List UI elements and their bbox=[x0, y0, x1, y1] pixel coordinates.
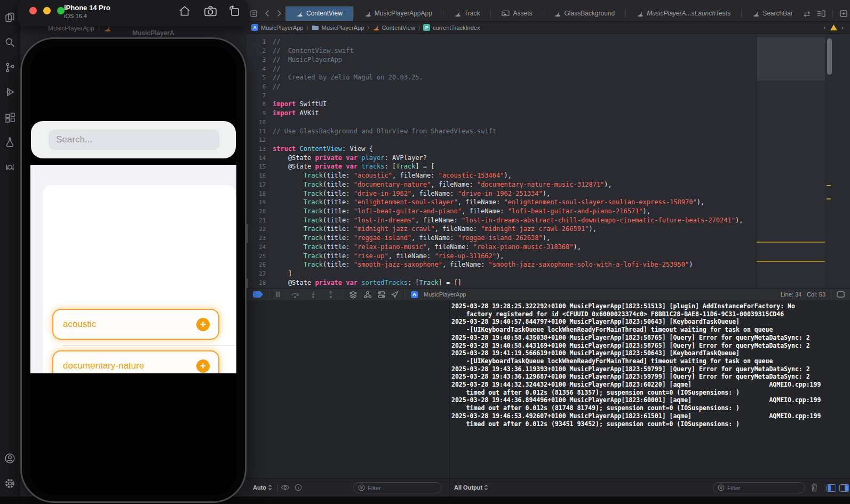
variables-filter-field[interactable]: Filter bbox=[353, 482, 442, 493]
breadcrumb-label: ContentView bbox=[382, 25, 415, 31]
show-only-variables-icon[interactable] bbox=[281, 484, 290, 491]
minimize-window-button[interactable] bbox=[43, 7, 51, 14]
line-number: 22 bbox=[247, 226, 266, 232]
app-icon: A bbox=[411, 291, 418, 298]
extensions-icon[interactable] bbox=[4, 162, 15, 173]
code-line: 19 Track(title: "enlightenment-soul-slay… bbox=[247, 198, 775, 207]
breadcrumb-item-musicplayerapp[interactable]: AMusicPlayerApp bbox=[251, 24, 303, 31]
organizer-icon[interactable] bbox=[4, 111, 15, 123]
tab-glassbackground[interactable]: GlassBackground bbox=[543, 6, 625, 21]
next-issue-icon[interactable]: › bbox=[841, 23, 844, 31]
debug-pane-divider[interactable] bbox=[449, 300, 450, 497]
debug-area-toggle-icon[interactable] bbox=[837, 291, 845, 298]
environment-overrides-icon[interactable] bbox=[378, 291, 385, 299]
breakpoints-toggle-icon[interactable] bbox=[253, 291, 263, 298]
related-items-icon[interactable] bbox=[250, 10, 257, 17]
step-into-icon[interactable] bbox=[309, 291, 317, 298]
console-filter-field[interactable]: Filter bbox=[713, 482, 805, 493]
home-icon[interactable] bbox=[178, 4, 192, 18]
simulator-window-title: MusicPlayerA bbox=[132, 29, 174, 37]
console-line: 2025-03-28 19:44:32.324432+0100 MusicPla… bbox=[451, 381, 850, 389]
code-line: 28 @State private var sortedTracks: [Tra… bbox=[247, 278, 775, 287]
add-editor-icon[interactable] bbox=[840, 10, 847, 17]
console-output[interactable]: 2025-03-28 19:28:25.322292+0100 MusicPla… bbox=[450, 300, 850, 478]
assets-icon bbox=[502, 10, 510, 17]
breadcrumb-item-musicplayerapp[interactable]: MusicPlayerApp bbox=[312, 25, 364, 31]
line-number: 10 bbox=[247, 119, 266, 125]
source-control-icon[interactable] bbox=[4, 62, 15, 73]
tab-musicplayerappapp[interactable]: MusicPlayerAppApp bbox=[354, 6, 443, 21]
search-icon[interactable] bbox=[4, 37, 15, 48]
code-line: 25 Track(title: "rise-up", fileName: "ri… bbox=[247, 251, 775, 260]
warning-tick bbox=[827, 198, 831, 199]
code-line: 10 bbox=[247, 117, 775, 126]
track-row-documentary-nature[interactable]: documentary-nature+ bbox=[52, 350, 219, 373]
tab-musicplayera-slaunchtests[interactable]: MusicPlayerA...sLaunchTests bbox=[626, 6, 741, 21]
line-number: 26 bbox=[247, 261, 266, 268]
clear-console-icon[interactable] bbox=[811, 483, 818, 492]
code-line: 3// MusicPlayerApp bbox=[247, 55, 775, 64]
console-output-select[interactable]: All Output bbox=[454, 484, 488, 491]
search-input[interactable]: Search... bbox=[49, 130, 219, 150]
breadcrumb-item-currenttrackindex[interactable]: PcurrentTrackIndex bbox=[423, 24, 480, 31]
line-number: 24 bbox=[247, 244, 266, 250]
track-row-acoustic[interactable]: acoustic+ bbox=[52, 309, 219, 340]
view-debugger-icon[interactable] bbox=[349, 291, 358, 299]
info-icon[interactable] bbox=[295, 484, 302, 491]
line-number: 28 bbox=[247, 279, 266, 286]
pause-execution-icon[interactable] bbox=[275, 291, 281, 298]
zoom-window-button[interactable] bbox=[57, 7, 65, 14]
step-over-icon[interactable] bbox=[291, 291, 299, 298]
updown-chevron-icon bbox=[268, 484, 272, 491]
code-line: 27 ] bbox=[247, 269, 775, 278]
memory-graph-icon[interactable] bbox=[363, 291, 372, 299]
swift-icon bbox=[364, 10, 371, 17]
code-line: 15 @State private var tracks: [Track] = … bbox=[247, 162, 775, 171]
track-list-section[interactable]: acoustic+documentary-nature+drive-in-196… bbox=[30, 165, 236, 373]
rotate-icon[interactable] bbox=[227, 4, 241, 18]
line-number: 19 bbox=[247, 199, 266, 205]
console-line: 2025-03-28 19:44:36.894496+0100 MusicPla… bbox=[451, 396, 850, 404]
list-divider bbox=[62, 345, 236, 346]
code-line: 23 Track(title: "reggae-island", fileNam… bbox=[247, 234, 775, 243]
forward-icon[interactable] bbox=[277, 10, 282, 17]
console-line: timed out after 0.012s (93451 93452); su… bbox=[451, 420, 850, 428]
step-out-icon[interactable] bbox=[327, 291, 335, 298]
swap-editors-icon[interactable]: ⇄ bbox=[804, 10, 811, 18]
tab-searchbar[interactable]: SearchBar bbox=[742, 6, 804, 21]
close-window-button[interactable] bbox=[29, 7, 37, 14]
toggle-console-pane-icon[interactable] bbox=[839, 484, 849, 492]
documents-icon[interactable] bbox=[4, 12, 15, 23]
warning-icon[interactable] bbox=[830, 25, 837, 30]
line-number: 25 bbox=[247, 253, 266, 259]
line-number: 6 bbox=[247, 83, 266, 90]
code-line: 16 Track(title: "acoustic", fileName: "a… bbox=[247, 171, 775, 180]
breadcrumb-item-contentview[interactable]: ContentView bbox=[372, 24, 415, 31]
line-number: 18 bbox=[247, 190, 266, 197]
back-icon[interactable] bbox=[265, 10, 269, 17]
tests-icon[interactable] bbox=[4, 137, 15, 148]
console-line: 2025-03-28 19:28:25.322292+0100 MusicPla… bbox=[451, 302, 850, 310]
folder-icon bbox=[312, 25, 319, 30]
add-track-icon[interactable]: + bbox=[196, 318, 210, 331]
editor-scrollbar[interactable] bbox=[827, 38, 832, 75]
console-line: -[UIKeyboardTaskQueue lockWhenReadyForMa… bbox=[451, 357, 850, 365]
col-indicator: Col: 53 bbox=[807, 291, 825, 298]
simulate-location-icon[interactable] bbox=[391, 291, 399, 298]
editor-options-icon[interactable] bbox=[817, 10, 825, 17]
simulator-toolbar: iPhone 14 Pro iOS 16.4 bbox=[18, 0, 248, 26]
tab-assets[interactable]: Assets bbox=[491, 6, 543, 21]
prev-issue-icon[interactable]: ‹ bbox=[823, 23, 825, 31]
add-track-icon[interactable]: + bbox=[196, 359, 210, 373]
variables-scope-select[interactable]: Auto bbox=[253, 484, 272, 491]
tab-contentview[interactable]: ContentView bbox=[285, 6, 353, 21]
debug-icon[interactable] bbox=[4, 86, 15, 98]
settings-icon[interactable] bbox=[4, 478, 15, 489]
screenshot-icon[interactable] bbox=[203, 4, 217, 18]
account-icon[interactable] bbox=[4, 453, 15, 464]
toggle-variables-pane-icon[interactable] bbox=[827, 484, 836, 492]
swift-icon bbox=[554, 10, 561, 17]
tab-track[interactable]: Track bbox=[443, 6, 491, 21]
variables-view[interactable] bbox=[247, 300, 449, 478]
source-editor[interactable]: 1//2// ContentView.swift3// MusicPlayerA… bbox=[247, 34, 850, 288]
